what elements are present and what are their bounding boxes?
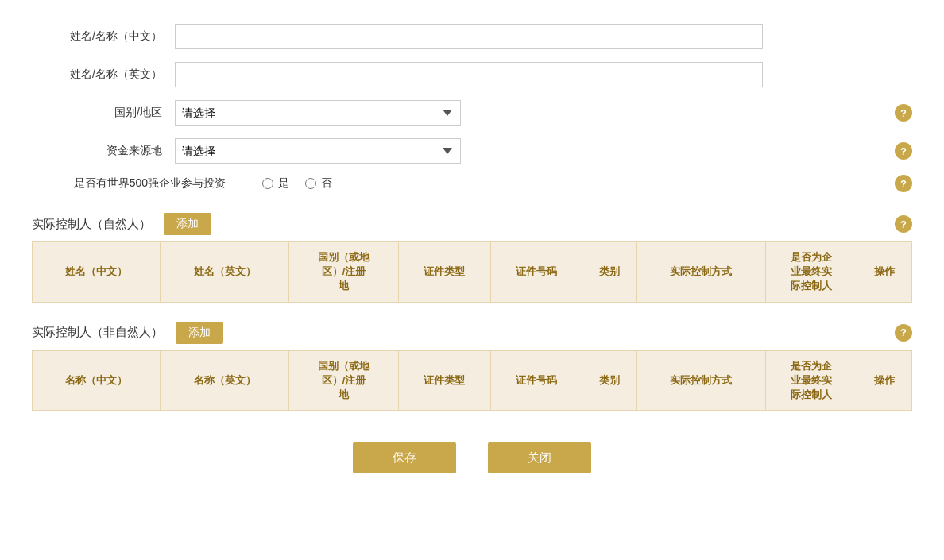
fund-source-select[interactable]: 请选择	[175, 138, 461, 164]
natural-person-table-header-row: 姓名（中文） 姓名（英文） 国别（或地区）/注册地 证件类型 证件号码 类别 实…	[33, 242, 912, 303]
name-cn-input[interactable]	[175, 24, 763, 49]
col-cert-type-2: 证件类型	[399, 350, 490, 411]
natural-person-header: 实际控制人（自然人） 添加 ?	[32, 207, 912, 241]
form-section: 姓名/名称（中文） 姓名/名称（英文） 国别/地区 请选择 ? 资金来源地 请选…	[32, 24, 912, 191]
col-control-method: 实际控制方式	[637, 242, 765, 303]
col-category: 类别	[582, 242, 636, 303]
natural-person-title: 实际控制人（自然人）	[32, 217, 151, 232]
save-button[interactable]: 保存	[353, 442, 456, 473]
non-natural-person-header: 实际控制人（非自然人） 添加 ?	[32, 315, 912, 350]
fortune500-yes-option[interactable]: 是	[262, 176, 289, 191]
natural-person-add-button[interactable]: 添加	[164, 213, 211, 235]
fund-source-help-icon[interactable]: ?	[895, 142, 912, 160]
fortune500-label: 是否有世界500强企业参与投资	[32, 176, 238, 191]
name-en-row: 姓名/名称（英文）	[32, 62, 912, 87]
country-select[interactable]: 请选择	[175, 100, 461, 126]
col-country: 国别（或地区）/注册地	[288, 242, 398, 303]
fortune500-no-label: 否	[321, 176, 332, 191]
name-en-input[interactable]	[175, 62, 763, 87]
non-natural-person-help-icon[interactable]: ?	[895, 324, 912, 342]
col-name-en-2: 名称（英文）	[161, 350, 288, 411]
natural-person-help-icon[interactable]: ?	[895, 215, 912, 233]
non-natural-person-add-button[interactable]: 添加	[176, 322, 223, 344]
close-button[interactable]: 关闭	[488, 442, 591, 473]
col-operation-2: 操作	[857, 350, 911, 411]
col-cert-no: 证件号码	[490, 242, 582, 303]
natural-person-section: 实际控制人（自然人） 添加 ? 姓名（中文） 姓名（英文） 国别（或地区）/注册…	[32, 207, 912, 303]
non-natural-person-section: 实际控制人（非自然人） 添加 ? 名称（中文） 名称（英文） 国别（或地区）/注…	[32, 315, 912, 411]
col-name-en: 姓名（英文）	[161, 242, 288, 303]
non-natural-person-table: 名称（中文） 名称（英文） 国别（或地区）/注册地 证件类型 证件号码 类别 实…	[32, 350, 912, 411]
fortune500-no-radio[interactable]	[305, 178, 316, 189]
non-natural-person-table-header-row: 名称（中文） 名称（英文） 国别（或地区）/注册地 证件类型 证件号码 类别 实…	[33, 350, 912, 411]
col-category-2: 类别	[582, 350, 636, 411]
col-country-2: 国别（或地区）/注册地	[288, 350, 398, 411]
col-name-cn: 姓名（中文）	[33, 242, 161, 303]
button-row: 保存 关闭	[32, 442, 912, 473]
name-cn-row: 姓名/名称（中文）	[32, 24, 912, 49]
fortune500-help-icon[interactable]: ?	[895, 175, 912, 192]
page-container: 姓名/名称（中文） 姓名/名称（英文） 国别/地区 请选择 ? 资金来源地 请选…	[0, 0, 944, 505]
col-cert-type: 证件类型	[399, 242, 490, 303]
col-is-final-controller-2: 是否为企业最终实际控制人	[765, 350, 857, 411]
natural-person-table: 姓名（中文） 姓名（英文） 国别（或地区）/注册地 证件类型 证件号码 类别 实…	[32, 241, 912, 303]
col-control-method-2: 实际控制方式	[637, 350, 765, 411]
col-name-cn-2: 名称（中文）	[33, 350, 161, 411]
fortune500-yes-label: 是	[278, 176, 289, 191]
fund-source-row: 资金来源地 请选择 ?	[32, 138, 912, 164]
fortune500-row: 是否有世界500强企业参与投资 是 否 ?	[32, 176, 912, 191]
name-cn-label: 姓名/名称（中文）	[32, 29, 175, 44]
country-help-icon[interactable]: ?	[895, 104, 912, 122]
fortune500-yes-radio[interactable]	[262, 178, 273, 189]
col-is-final-controller: 是否为企业最终实际控制人	[765, 242, 857, 303]
col-operation: 操作	[857, 242, 911, 303]
name-en-label: 姓名/名称（英文）	[32, 68, 175, 82]
country-label: 国别/地区	[32, 106, 175, 120]
country-row: 国别/地区 请选择 ?	[32, 100, 912, 126]
fund-source-label: 资金来源地	[32, 144, 175, 158]
col-cert-no-2: 证件号码	[490, 350, 582, 411]
fortune500-radio-group: 是 否	[262, 176, 332, 191]
fortune500-no-option[interactable]: 否	[305, 176, 332, 191]
non-natural-person-title: 实际控制人（非自然人）	[32, 325, 163, 340]
